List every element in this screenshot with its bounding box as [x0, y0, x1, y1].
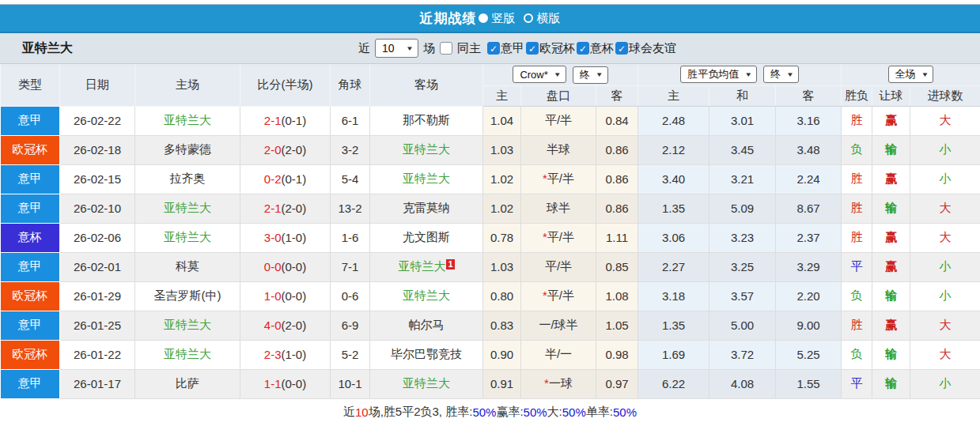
home-team-cell: 亚特兰大: [135, 194, 240, 223]
team-name: 亚特兰大: [22, 40, 73, 57]
handicap-cell: 半/一: [521, 340, 596, 369]
result-goals-cell: 大: [910, 340, 980, 369]
odds-away-cell: 0.98: [596, 340, 638, 369]
league-filter-label[interactable]: 球会友谊: [629, 41, 676, 56]
avg-home-cell: 1.35: [638, 194, 709, 223]
result-goals-cell: 大: [910, 106, 980, 135]
team-name-cell-text: 克雷莫纳: [403, 201, 450, 214]
score-cell: 2-0(2-0): [240, 135, 331, 164]
horizontal-layout-radio[interactable]: [524, 13, 533, 23]
avg-type-select[interactable]: 胜平负均值▼: [680, 66, 757, 83]
filter-toolbar: 亚特兰大 近 10 ▼ 场 同主 ✓意甲✓欧冠杯✓意杯✓球会友谊: [0, 33, 980, 64]
odds-home-cell: 1.04: [483, 106, 521, 135]
odds-away-cell: 0.84: [596, 106, 638, 135]
col-header-away: 客场: [370, 64, 483, 106]
subheader-客: 客: [596, 85, 638, 106]
subheader-客: 客: [776, 85, 842, 106]
team-name-cell-text: 亚特兰大: [164, 113, 211, 126]
score-cell: 3-0(1-0): [240, 223, 331, 252]
same-home-checkbox[interactable]: [440, 42, 452, 55]
summary-segment: 场,胜5平2负3, 胜率:: [369, 405, 473, 420]
vertical-layout-label[interactable]: 竖版: [492, 11, 516, 26]
avg-draw-cell: 3.57: [709, 281, 776, 311]
summary-segment: 近: [343, 405, 355, 420]
result-goals-cell: 大: [910, 194, 980, 223]
title-bar: 近期战绩 竖版 横版: [0, 5, 980, 33]
avg-away-cell: 9.00: [776, 311, 842, 340]
chevron-down-icon: ▼: [921, 71, 929, 78]
team-name-cell-text: 亚特兰大: [164, 318, 211, 331]
summary-segment: 50%: [562, 405, 586, 419]
corner-cell: 0-6: [331, 281, 370, 311]
handicap-cell: 球半: [521, 194, 596, 223]
chevron-down-icon: ▼: [786, 71, 794, 78]
away-team-cell: 那不勒斯: [370, 106, 483, 135]
avg-home-cell: 2.12: [638, 135, 709, 164]
col-header-score: 比分(半场): [240, 64, 331, 106]
same-home-label[interactable]: 同主: [457, 41, 481, 56]
league-filter-label[interactable]: 欧冠杯: [539, 41, 575, 56]
avg-time-select[interactable]: 终▼: [763, 66, 799, 83]
match-row: 欧冠杯26-01-22亚特兰大2-3(1-0)5-2毕尔巴鄂竞技0.90半/一0…: [1, 340, 980, 369]
recent-count-select[interactable]: 10 ▼: [375, 39, 418, 58]
horizontal-layout-label[interactable]: 横版: [537, 11, 561, 26]
odds-away-cell: 0.86: [596, 135, 638, 164]
corner-cell: 10-1: [331, 369, 370, 398]
odds-away-cell: 0.86: [596, 194, 638, 223]
col-header-home: 主场: [135, 64, 240, 106]
team-name-cell-text: 亚特兰大: [398, 259, 445, 273]
result-goals-cell: 小: [910, 135, 980, 164]
away-team-cell: 毕尔巴鄂竞技: [370, 340, 483, 369]
odds-home-cell: 1.03: [483, 252, 521, 281]
corner-cell: 6-1: [331, 106, 370, 135]
scope-select[interactable]: 全场▼: [888, 66, 934, 83]
date-cell: 26-02-15: [60, 164, 135, 194]
date-cell: 26-02-01: [60, 252, 135, 281]
team-name-cell-text: 亚特兰大: [403, 288, 450, 302]
away-team-cell: 亚特兰大: [370, 164, 483, 194]
result-handicap-cell: 赢: [872, 252, 910, 281]
league-filter-item: ✓球会友谊: [615, 41, 676, 56]
avg-away-cell: 8.67: [776, 194, 842, 223]
result-goals-cell: 小: [910, 281, 980, 311]
score-cell: 2-1(0-1): [240, 106, 331, 135]
result-group-header: 全场▼: [842, 64, 980, 85]
handicap-cell: 一/球半: [521, 311, 596, 340]
team-name-cell-text: 科莫: [176, 259, 199, 273]
away-team-cell: 克雷莫纳: [370, 194, 483, 223]
team-name-cell-text: 圣吉罗斯(中): [154, 288, 221, 302]
vertical-layout-radio[interactable]: [479, 13, 488, 23]
result-wdl-cell: 平: [842, 252, 872, 281]
league-filter-checkbox[interactable]: ✓: [615, 42, 628, 55]
result-handicap-cell: 赢: [872, 164, 910, 194]
league-filter-label[interactable]: 意甲: [501, 41, 524, 56]
league-filter-checkbox[interactable]: ✓: [577, 42, 589, 55]
date-cell: 26-01-17: [60, 369, 135, 398]
result-handicap-cell: 赢: [872, 311, 910, 340]
summary-segment: 10: [355, 405, 369, 419]
avg-home-cell: 2.48: [638, 106, 709, 135]
home-team-cell: 科莫: [135, 252, 240, 281]
league-filter-label[interactable]: 意杯: [590, 41, 614, 56]
avg-home-cell: 3.06: [638, 223, 709, 252]
league-filter-checkbox[interactable]: ✓: [526, 42, 539, 55]
layout-radio-group: 竖版 横版: [479, 11, 561, 26]
league-filter-item: ✓欧冠杯: [526, 41, 575, 56]
team-name-cell-text: 亚特兰大: [403, 376, 450, 390]
league-type-badge: 欧冠杯: [1, 281, 60, 311]
league-filters: ✓意甲✓欧冠杯✓意杯✓球会友谊: [486, 41, 676, 56]
recent-count-value: 10: [382, 42, 395, 55]
date-cell: 26-01-25: [60, 311, 135, 340]
chevron-down-icon: ▼: [744, 71, 752, 78]
league-type-badge: 意甲: [1, 311, 60, 340]
odds-company-select[interactable]: Crow*▼: [513, 66, 566, 83]
odds-away-cell: 0.97: [596, 369, 638, 398]
league-filter-checkbox[interactable]: ✓: [487, 42, 500, 55]
result-wdl-cell: 平: [842, 369, 872, 398]
league-type-badge: 意甲: [1, 369, 60, 398]
result-wdl-cell: 胜: [842, 164, 872, 194]
odds-time-select[interactable]: 终▼: [573, 66, 608, 84]
home-team-cell: 多特蒙德: [135, 135, 240, 164]
score-cell: 1-1(0-0): [240, 369, 331, 398]
date-cell: 26-02-06: [60, 223, 135, 252]
